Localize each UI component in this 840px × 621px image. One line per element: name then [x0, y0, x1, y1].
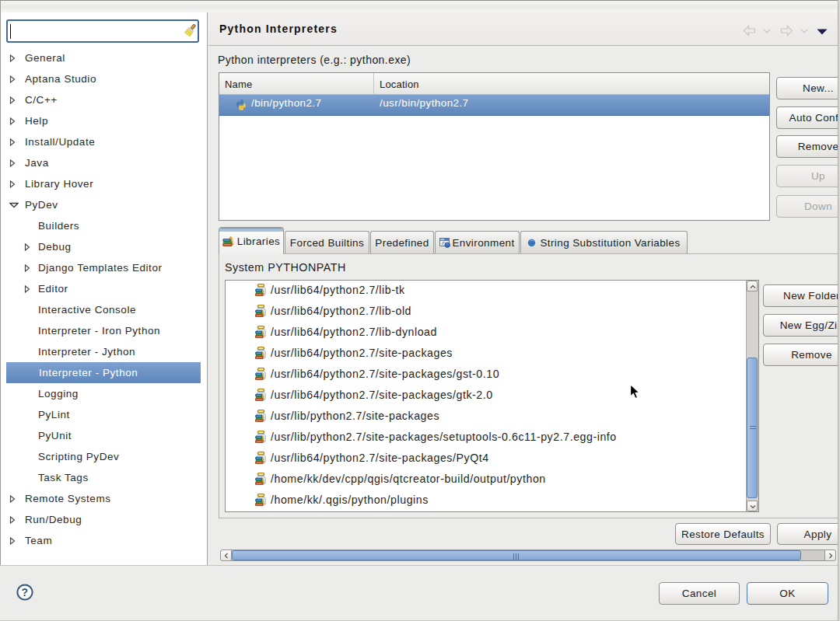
svg-text:?: ? — [22, 586, 29, 598]
